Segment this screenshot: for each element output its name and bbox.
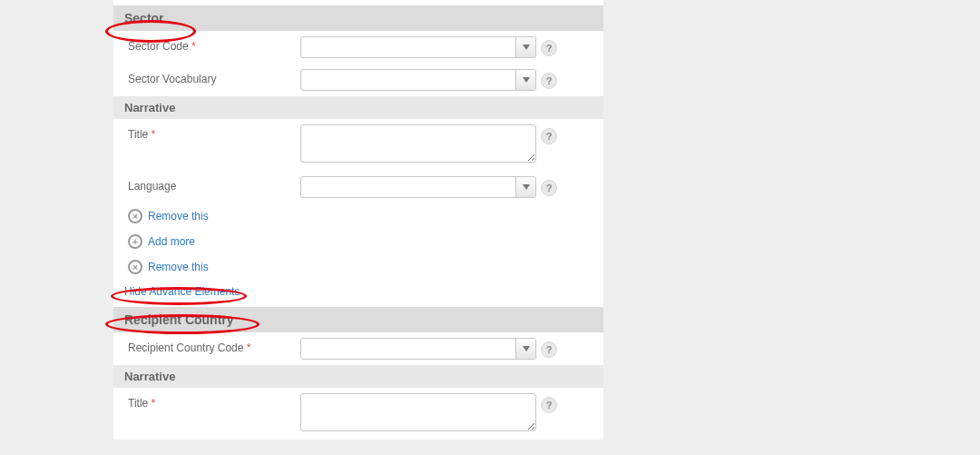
- dropdown-arrow-icon[interactable]: [515, 70, 535, 90]
- recipient-code-select[interactable]: [300, 338, 536, 360]
- dropdown-arrow-icon[interactable]: [515, 339, 535, 359]
- svg-marker-3: [523, 184, 530, 190]
- narrative2-title-label: Title *: [128, 393, 300, 410]
- narrative2-title-row: Title * ?: [113, 388, 603, 440]
- form-panel: ? Sector Sector Code * ? Sector Vocabula…: [113, 0, 603, 440]
- narrative2-title-label-text: Title: [128, 397, 148, 410]
- narrative1-lang-row: Language ?: [113, 171, 603, 203]
- section-header-recipient-country: Recipient Country: [113, 307, 603, 332]
- recipient-code-label: Recipient Country Code *: [128, 338, 300, 354]
- dropdown-arrow-icon[interactable]: [515, 177, 535, 197]
- sector-vocab-row: Sector Vocabulary ?: [113, 64, 603, 96]
- svg-marker-1: [523, 45, 530, 50]
- remove-this-outer-row: Remove this: [113, 254, 603, 280]
- sector-vocab-label: Sector Vocabulary: [128, 69, 300, 85]
- help-icon[interactable]: ?: [541, 341, 557, 358]
- help-icon[interactable]: ?: [541, 180, 557, 196]
- help-icon[interactable]: ?: [541, 128, 557, 144]
- remove-this-link[interactable]: Remove this: [148, 261, 209, 273]
- narrative1-title-label-text: Title: [128, 128, 148, 141]
- narrative2-title-textarea[interactable]: [300, 393, 536, 431]
- help-icon[interactable]: ?: [541, 397, 557, 413]
- svg-marker-2: [523, 77, 530, 83]
- add-icon: [128, 234, 142, 249]
- sector-code-label-text: Sector Code: [128, 40, 189, 53]
- required-marker: *: [247, 341, 251, 354]
- remove-this-link[interactable]: Remove this: [148, 210, 209, 223]
- section-header-sector: Sector: [113, 5, 603, 31]
- sector-code-row: Sector Code * ?: [113, 31, 603, 64]
- required-marker: *: [152, 397, 156, 410]
- required-marker: *: [191, 40, 196, 53]
- subheader-narrative: Narrative: [113, 96, 603, 119]
- narrative1-title-textarea[interactable]: [300, 124, 536, 163]
- narrative1-lang-label: Language: [128, 176, 300, 193]
- help-icon[interactable]: ?: [541, 40, 557, 56]
- add-more-row: Add more: [113, 229, 603, 254]
- remove-this-inner-row: Remove this: [113, 203, 603, 229]
- sector-code-select[interactable]: [300, 36, 536, 58]
- sector-vocab-select[interactable]: [300, 69, 536, 91]
- sector-code-label: Sector Code *: [128, 36, 300, 53]
- remove-icon: [128, 260, 142, 274]
- hide-advance-elements-link[interactable]: Hide Advance Elements: [113, 280, 603, 307]
- dropdown-arrow-icon[interactable]: [515, 37, 535, 57]
- recipient-code-label-text: Recipient Country Code: [128, 341, 243, 354]
- narrative1-title-row: Title * ?: [113, 119, 603, 171]
- svg-marker-4: [523, 346, 530, 351]
- add-more-link[interactable]: Add more: [148, 235, 195, 248]
- required-marker: *: [152, 128, 156, 141]
- narrative1-lang-select[interactable]: [300, 176, 536, 198]
- subheader-narrative: Narrative: [113, 365, 603, 388]
- page-root: ? Sector Sector Code * ? Sector Vocabula…: [0, 0, 980, 455]
- narrative1-title-label: Title *: [128, 124, 300, 141]
- remove-icon: [128, 209, 142, 223]
- help-icon[interactable]: ?: [541, 73, 557, 89]
- recipient-code-row: Recipient Country Code * ?: [113, 332, 603, 365]
